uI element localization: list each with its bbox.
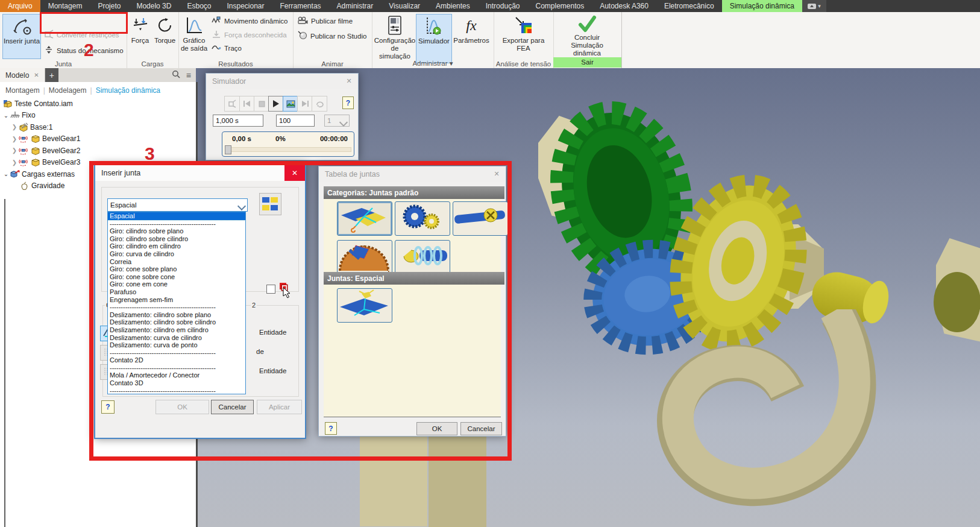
simulator-dialog-titlebar[interactable]: Simulador (206, 74, 358, 89)
joint-type-option[interactable]: Giro: cilindro sobre plano (108, 227, 245, 235)
close-tab-icon[interactable]: ✕ (34, 72, 39, 78)
chevron-down-icon[interactable]: ⌄ (2, 112, 10, 119)
menu-tab-ferramentas[interactable]: Ferramentas (272, 0, 329, 12)
chevron-down-icon[interactable]: ⌄ (2, 171, 10, 177)
forward-end-icon[interactable] (297, 96, 313, 112)
breadcrumb-simulacao-dinamica[interactable]: Simulação dinâmica (96, 86, 160, 95)
chevron-right-icon[interactable]: ❯ (11, 136, 18, 142)
forca-button[interactable]: Força (128, 14, 152, 58)
joint-table-help-button[interactable]: ? (325, 422, 337, 435)
browser-menu-icon[interactable]: ≡ (186, 71, 191, 80)
play-button[interactable] (268, 96, 284, 112)
breadcrumb-modelagem[interactable]: Modelagem (49, 86, 87, 95)
joint-type-option[interactable]: Giro: cone em cone (108, 280, 245, 288)
category-thumb-2d-contact[interactable] (337, 240, 392, 274)
joint-type-option[interactable]: Deslizamento: cilindro sobre plano (108, 311, 245, 319)
tree-item-bevelgear1[interactable]: ❯ BevelGear1 (0, 133, 196, 145)
menu-tab-simulacao-dinamica[interactable]: Simulação dinâmica (722, 0, 802, 12)
tree-item-base[interactable]: ❯ Base:1 (0, 121, 196, 133)
rewind-start-icon[interactable] (239, 96, 255, 112)
mechanism-status-button[interactable]: Status do mecanismo (45, 45, 124, 55)
joint-type-option[interactable]: Deslizamento: curva de ponto (108, 341, 245, 349)
joint-table-cancel-button[interactable]: Cancelar (460, 422, 502, 435)
menu-tab-montagem[interactable]: Montagem (40, 0, 90, 12)
joint-table-ok-button[interactable]: OK (416, 422, 457, 435)
insert-joint-cancel-button[interactable]: Cancelar (211, 400, 254, 414)
support-bracket[interactable] (636, 309, 895, 517)
close-icon[interactable]: ✕ (284, 165, 305, 181)
simulator-button[interactable]: Simulador (416, 14, 452, 63)
menu-tab-eletromecanico[interactable]: Eletromecânico (656, 0, 722, 12)
tree-item-fixo[interactable]: ⌄ Fixo (0, 110, 196, 122)
menu-tab-arquivo[interactable]: Arquivo (0, 0, 40, 12)
document-tab-modelo[interactable]: Modelo ✕ (0, 68, 45, 82)
convert-constraints-button[interactable]: Converter restrições (45, 30, 119, 40)
close-icon[interactable]: ✕ (340, 74, 358, 89)
torque-button[interactable]: Torque (152, 14, 177, 58)
finish-simulation-button[interactable]: Concluir Simulação dinâmica (557, 14, 617, 57)
category-thumb-standard-joints[interactable] (337, 201, 392, 236)
parameters-button[interactable]: fx Parâmetros (452, 14, 491, 62)
chevron-right-icon[interactable]: ❯ (11, 124, 18, 130)
chevron-right-icon[interactable]: ❯ (11, 159, 18, 166)
menu-tab-visualizar[interactable]: Visualizar (381, 0, 428, 12)
joint-type-option[interactable]: Espacial (108, 212, 245, 220)
insert-joint-help-button[interactable]: ? (101, 400, 115, 414)
screenshot-active-button[interactable] (283, 96, 298, 112)
menu-tab-modelo3d[interactable]: Modelo 3D (128, 0, 179, 12)
joint-table-titlebar[interactable]: Tabela de juntas (319, 166, 506, 182)
chevron-right-icon[interactable]: ❯ (11, 147, 18, 154)
publish-studio-button[interactable]: Publicar no Studio (298, 31, 366, 41)
timeline-thumb[interactable] (225, 145, 231, 154)
menu-tab-inspecionar[interactable]: Inspecionar (219, 0, 272, 12)
stop-icon[interactable] (254, 96, 269, 112)
joint-thumb-espacial[interactable] (337, 288, 392, 323)
predict-motion-checkbox[interactable] (266, 285, 275, 294)
search-icon[interactable] (172, 70, 180, 81)
insert-joint-ok-button[interactable]: OK (155, 400, 209, 414)
simulation-settings-button[interactable]: Configuração de simulação (375, 14, 415, 62)
close-icon[interactable]: ✕ (488, 166, 506, 181)
joint-type-option[interactable]: Giro: cone sobre cone (108, 273, 245, 281)
menu-tab-projeto[interactable]: Projeto (90, 0, 128, 12)
output-graph-button[interactable]: Gráfico de saída (180, 14, 208, 62)
joint-type-option[interactable]: Deslizamento: curva de cilindro (108, 334, 245, 342)
timeline-track[interactable] (225, 147, 351, 152)
playback-filter-select[interactable]: 1 (324, 115, 350, 127)
loop-icon[interactable] (312, 96, 327, 112)
menu-tab-ambientes[interactable]: Ambientes (428, 0, 478, 12)
joint-type-option[interactable]: Parafuso (108, 288, 245, 296)
joint-type-option[interactable]: Giro: cilindro sobre cilindro (108, 235, 245, 243)
new-tab-button[interactable]: + (45, 68, 58, 82)
unknown-force-button[interactable]: Força desconhecida (212, 30, 287, 40)
category-thumb-force-joints[interactable] (395, 240, 450, 274)
construction-mode-button[interactable] (224, 96, 240, 112)
joint-type-option[interactable]: Deslizamento: cilindro em cilindro (108, 326, 245, 334)
category-thumb-rolling[interactable] (395, 201, 450, 236)
menu-tab-a360[interactable]: Autodesk A360 (592, 0, 656, 12)
joint-type-combobox[interactable]: Espacial (107, 198, 248, 212)
publish-movie-button[interactable]: Publicar filme (298, 16, 353, 26)
joint-type-option[interactable]: Contato 2D (108, 356, 245, 364)
administrar-caret-icon[interactable]: ▾ (450, 60, 453, 67)
joint-type-option[interactable]: Contato 3D (108, 379, 245, 387)
joint-table-launcher-button[interactable] (259, 193, 281, 215)
insert-joint-button[interactable]: Inserir junta (2, 14, 41, 59)
joint-type-option[interactable]: Deslizamento: cilindro sobre cilindro (108, 318, 245, 326)
menu-tab-administrar[interactable]: Administrar (329, 0, 382, 12)
joint-type-option[interactable]: Engrenagem sem-fim (108, 296, 245, 304)
menu-tab-complementos[interactable]: Complementos (527, 0, 592, 12)
export-fea-button[interactable]: Exportar para FEA (495, 14, 551, 62)
category-thumb-sliding[interactable] (453, 201, 508, 236)
joint-type-option[interactable]: Giro: cilindro em cilindro (108, 242, 245, 250)
simulation-time-input[interactable] (213, 115, 263, 127)
joint-type-option[interactable]: Giro: curva de cilindro (108, 250, 245, 258)
trace-button[interactable]: Traço (212, 44, 242, 52)
ribbon-collapse-button[interactable]: ▾ (802, 0, 826, 12)
dynamic-motion-button[interactable]: Movimento dinâmico (212, 16, 287, 26)
menu-tab-introducao[interactable]: Introdução (478, 0, 528, 12)
insert-joint-titlebar[interactable]: Inserir junta (95, 165, 305, 181)
joint-type-option[interactable]: Mola / Amortecedor / Conector (108, 371, 245, 379)
joint-type-option[interactable]: Giro: cone sobre plano (108, 265, 245, 273)
joint-type-option[interactable]: Correia (108, 258, 245, 266)
